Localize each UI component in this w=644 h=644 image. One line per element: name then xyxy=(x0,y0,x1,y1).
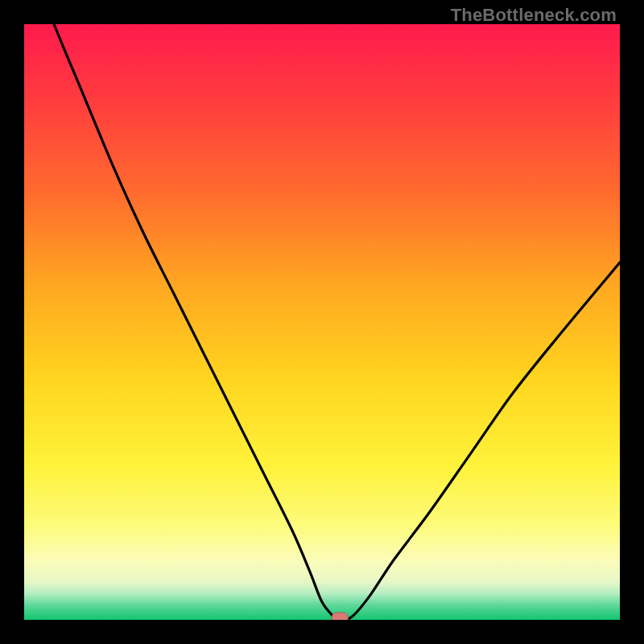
curve-layer xyxy=(24,24,620,620)
watermark-text: TheBottleneck.com xyxy=(451,5,617,26)
chart-frame: TheBottleneck.com xyxy=(0,0,644,644)
optimal-marker xyxy=(332,613,348,620)
plot-area xyxy=(24,24,620,620)
bottleneck-curve xyxy=(24,24,620,620)
